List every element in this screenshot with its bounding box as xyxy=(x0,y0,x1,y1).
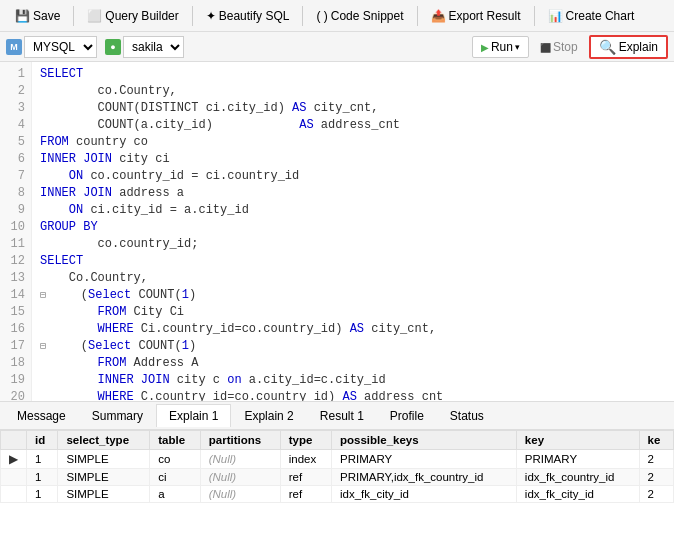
export-result-button[interactable]: 📤 Export Result xyxy=(422,5,530,27)
line-numbers: 1234567891011121314151617181920212223 xyxy=(0,62,32,401)
create-chart-button[interactable]: 📊 Create Chart xyxy=(539,5,644,27)
cell-table: a xyxy=(150,486,201,503)
cell-key: PRIMARY xyxy=(516,450,639,469)
code-line: COUNT(DISTINCT ci.city_id) AS city_cnt, xyxy=(40,100,666,117)
main-toolbar: 💾 Save ⬜ Query Builder ✦ Beautify SQL ( … xyxy=(0,0,674,32)
code-line: Co.Country, xyxy=(40,270,666,287)
tab-explain-1[interactable]: Explain 1 xyxy=(156,404,231,427)
cell-table: ci xyxy=(150,469,201,486)
query-builder-button[interactable]: ⬜ Query Builder xyxy=(78,5,187,27)
code-line: GROUP BY xyxy=(40,219,666,236)
stop-button[interactable]: Stop xyxy=(533,36,585,58)
cell-possible_keys: PRIMARY xyxy=(331,450,516,469)
cell-table: co xyxy=(150,450,201,469)
code-line: FROM Address A xyxy=(40,355,666,372)
cell-id: 1 xyxy=(27,450,58,469)
cell-type: ref xyxy=(280,469,331,486)
schema-selector[interactable]: ● sakila xyxy=(105,36,184,58)
cell-type: ref xyxy=(280,486,331,503)
code-line: co.country_id; xyxy=(40,236,666,253)
cell-ke: 2 xyxy=(639,450,673,469)
code-icon: ( ) xyxy=(316,9,327,23)
table-row[interactable]: 1SIMPLEa(Null)refidx_fk_city_ididx_fk_ci… xyxy=(1,486,674,503)
cell-select_type: SIMPLE xyxy=(58,469,150,486)
cell-key: idx_fk_city_id xyxy=(516,486,639,503)
db-type-selector[interactable]: M MYSQL xyxy=(6,36,97,58)
cell-partitions: (Null) xyxy=(200,469,280,486)
query-builder-icon: ⬜ xyxy=(87,9,102,23)
code-line: ON co.country_id = ci.country_id xyxy=(40,168,666,185)
tab-explain-2[interactable]: Explain 2 xyxy=(231,404,306,427)
run-button[interactable]: Run ▾ xyxy=(472,36,529,58)
tab-result-1[interactable]: Result 1 xyxy=(307,404,377,427)
results-table: idselect_typetablepartitionstypepossible… xyxy=(0,430,674,503)
mysql-icon: M xyxy=(6,39,22,55)
cell-partitions: (Null) xyxy=(200,450,280,469)
tab-message[interactable]: Message xyxy=(4,404,79,427)
schema-icon: ● xyxy=(105,39,121,55)
separator-5 xyxy=(534,6,535,26)
cell-id: 1 xyxy=(27,469,58,486)
results-wrapper[interactable]: idselect_typetablepartitionstypepossible… xyxy=(0,430,674,535)
cell-possible_keys: idx_fk_city_id xyxy=(331,486,516,503)
col-header-ke: ke xyxy=(639,431,673,450)
cell-ke: 2 xyxy=(639,469,673,486)
export-icon: 📤 xyxy=(431,9,446,23)
stop-icon xyxy=(540,40,551,54)
code-line: FROM City Ci xyxy=(40,304,666,321)
run-dropdown-icon: ▾ xyxy=(515,42,520,52)
code-line: COUNT(a.city_id) AS address_cnt xyxy=(40,117,666,134)
code-editor[interactable]: 1234567891011121314151617181920212223 SE… xyxy=(0,62,674,402)
code-line: INNER JOIN city ci xyxy=(40,151,666,168)
results-tabs-bar: MessageSummaryExplain 1Explain 2Result 1… xyxy=(0,402,674,430)
code-snippet-button[interactable]: ( ) Code Snippet xyxy=(307,5,412,27)
table-row[interactable]: ▶1SIMPLEco(Null)indexPRIMARYPRIMARY2 xyxy=(1,450,674,469)
separator-3 xyxy=(302,6,303,26)
code-line: ON ci.city_id = a.city_id xyxy=(40,202,666,219)
code-line: INNER JOIN address a xyxy=(40,185,666,202)
cell-id: 1 xyxy=(27,486,58,503)
col-header-id: id xyxy=(27,431,58,450)
code-line: INNER JOIN city c on a.city_id=c.city_id xyxy=(40,372,666,389)
separator-2 xyxy=(192,6,193,26)
secondary-toolbar: M MYSQL ● sakila Run ▾ Stop 🔍 Explain xyxy=(0,32,674,62)
save-icon: 💾 xyxy=(15,9,30,23)
cell-key: idx_fk_country_id xyxy=(516,469,639,486)
explain-button[interactable]: 🔍 Explain xyxy=(589,35,668,59)
code-line: SELECT xyxy=(40,253,666,270)
col-header-partitions: partitions xyxy=(200,431,280,450)
code-line: co.Country, xyxy=(40,83,666,100)
cell-select_type: SIMPLE xyxy=(58,486,150,503)
code-content[interactable]: SELECT co.Country, COUNT(DISTINCT ci.cit… xyxy=(32,62,674,401)
code-line: ⊟ (Select COUNT(1) xyxy=(40,338,666,355)
col-header-possible_keys: possible_keys xyxy=(331,431,516,450)
col-header-key: key xyxy=(516,431,639,450)
code-line: WHERE C.country_id=co.country_id) AS add… xyxy=(40,389,666,401)
beautify-sql-button[interactable]: ✦ Beautify SQL xyxy=(197,5,299,27)
col-header-select_type: select_type xyxy=(58,431,150,450)
explain-icon: 🔍 xyxy=(599,39,616,55)
code-line: WHERE Ci.country_id=co.country_id) AS ci… xyxy=(40,321,666,338)
cell-possible_keys: PRIMARY,idx_fk_country_id xyxy=(331,469,516,486)
code-line: ⊟ (Select COUNT(1) xyxy=(40,287,666,304)
cell-ke: 2 xyxy=(639,486,673,503)
table-row[interactable]: 1SIMPLEci(Null)refPRIMARY,idx_fk_country… xyxy=(1,469,674,486)
tab-summary[interactable]: Summary xyxy=(79,404,156,427)
chart-icon: 📊 xyxy=(548,9,563,23)
separator-4 xyxy=(417,6,418,26)
db-type-select[interactable]: MYSQL xyxy=(24,36,97,58)
col-header-table: table xyxy=(150,431,201,450)
cell-partitions: (Null) xyxy=(200,486,280,503)
cell-select_type: SIMPLE xyxy=(58,450,150,469)
tab-profile[interactable]: Profile xyxy=(377,404,437,427)
beautify-icon: ✦ xyxy=(206,9,216,23)
save-button[interactable]: 💾 Save xyxy=(6,5,69,27)
run-play-icon xyxy=(481,40,489,54)
code-line: FROM country co xyxy=(40,134,666,151)
cell-type: index xyxy=(280,450,331,469)
schema-select[interactable]: sakila xyxy=(123,36,184,58)
separator-1 xyxy=(73,6,74,26)
col-header-type: type xyxy=(280,431,331,450)
code-line: SELECT xyxy=(40,66,666,83)
tab-status[interactable]: Status xyxy=(437,404,497,427)
